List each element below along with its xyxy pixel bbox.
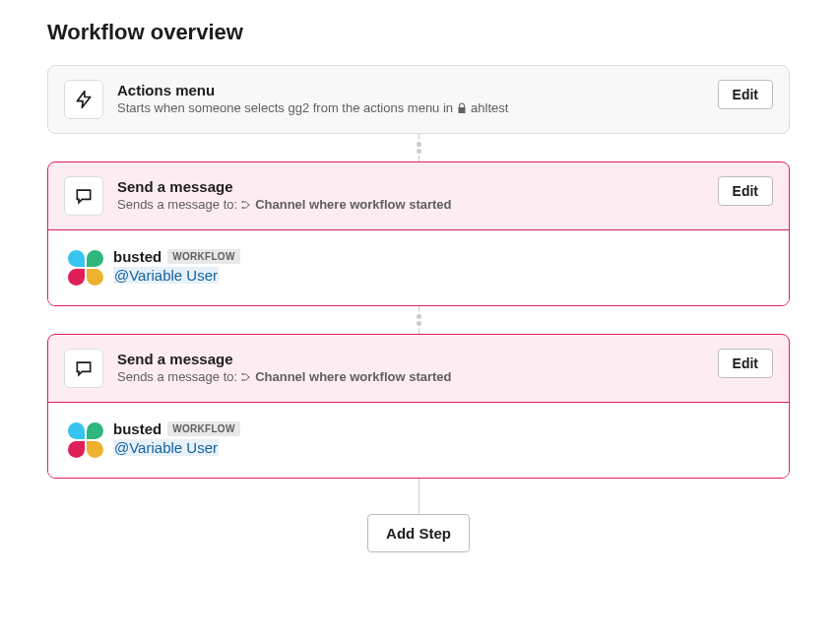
step-destination: Channel where workflow started <box>255 197 451 212</box>
lightning-icon <box>64 80 103 119</box>
svg-point-3 <box>242 373 244 375</box>
user-mention[interactable]: @Variable User <box>113 267 219 284</box>
step-header: Send a message Sends a message to: Chann… <box>48 335 789 402</box>
trigger-header: Actions menu Starts when someone selects… <box>48 66 789 133</box>
bot-avatar-icon <box>68 250 103 286</box>
svg-point-0 <box>242 201 244 203</box>
workflow-badge: WORKFLOW <box>167 249 240 264</box>
step-title: Send a message <box>117 178 704 195</box>
step-card: Send a message Sends a message to: Chann… <box>47 334 790 479</box>
step-desc: Sends a message to: Channel where workfl… <box>117 369 704 384</box>
message-content: busted WORKFLOW @Variable User <box>113 420 769 457</box>
bot-name: busted <box>113 420 161 437</box>
message-preview: busted WORKFLOW @Variable User <box>48 402 789 478</box>
svg-point-1 <box>242 207 244 209</box>
edit-button[interactable]: Edit <box>718 349 773 378</box>
step-text: Send a message Sends a message to: Chann… <box>117 349 704 384</box>
step-text: Send a message Sends a message to: Chann… <box>117 176 704 212</box>
edit-button[interactable]: Edit <box>718 176 773 206</box>
channel-var-icon <box>240 199 252 211</box>
trigger-text: Actions menu Starts when someone selects… <box>117 80 704 115</box>
page-title: Workflow overview <box>47 20 790 45</box>
trigger-desc-prefix: Starts when someone selects gg2 from the… <box>117 100 453 115</box>
trigger-channel: ahltest <box>471 100 508 115</box>
message-icon <box>64 349 103 388</box>
channel-var-icon <box>240 371 252 383</box>
svg-point-2 <box>248 204 250 206</box>
trigger-desc: Starts when someone selects gg2 from the… <box>117 100 704 115</box>
step-header: Send a message Sends a message to: Chann… <box>48 162 789 229</box>
step-destination: Channel where workflow started <box>255 369 451 384</box>
connector <box>47 134 790 161</box>
trigger-title: Actions menu <box>117 82 704 98</box>
step-desc: Sends a message to: Channel where workfl… <box>117 197 704 212</box>
connector <box>47 479 790 514</box>
step-title: Send a message <box>117 351 704 367</box>
lock-icon <box>456 102 468 114</box>
svg-point-4 <box>242 379 244 381</box>
svg-point-5 <box>248 376 250 378</box>
user-mention[interactable]: @Variable User <box>113 439 219 456</box>
add-step-button[interactable]: Add Step <box>367 514 470 552</box>
step-desc-prefix: Sends a message to: <box>117 197 237 212</box>
connector <box>47 306 790 334</box>
bot-name: busted <box>113 248 161 265</box>
step-desc-prefix: Sends a message to: <box>117 369 237 384</box>
bot-avatar-icon <box>68 422 103 458</box>
workflow-badge: WORKFLOW <box>167 421 240 436</box>
message-icon <box>64 176 103 216</box>
message-preview: busted WORKFLOW @Variable User <box>48 229 789 305</box>
trigger-card: Actions menu Starts when someone selects… <box>47 65 790 134</box>
edit-button[interactable]: Edit <box>718 80 773 109</box>
message-content: busted WORKFLOW @Variable User <box>113 248 769 285</box>
add-step-row: Add Step <box>47 514 790 552</box>
step-card: Send a message Sends a message to: Chann… <box>47 161 790 306</box>
